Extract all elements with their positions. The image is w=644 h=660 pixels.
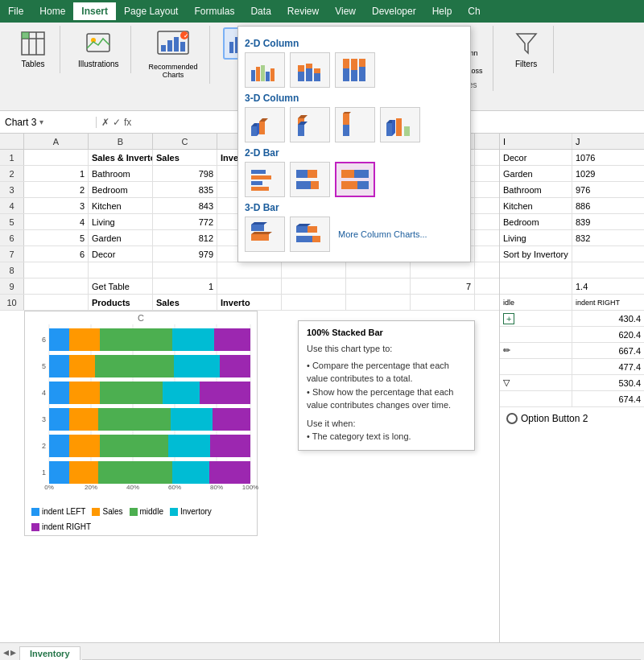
3d-stacked-bar-btn[interactable] [290, 217, 330, 252]
name-box[interactable]: Chart 3 ▾ [0, 117, 97, 128]
more-charts-link[interactable]: More Column Charts... [335, 217, 431, 252]
3d-clustered-col-btn[interactable] [245, 107, 285, 142]
name-box-arrow[interactable]: ▾ [39, 118, 43, 126]
svg-rect-113 [49, 435, 69, 457]
illustrations-label: Illustrations [78, 60, 119, 68]
legend-color-invertory [170, 508, 178, 516]
tooltip-use-to: Use this chart type to: [307, 342, 466, 356]
table-row: 10 Products Sales Inverto [0, 295, 499, 311]
svg-text:✓: ✓ [184, 33, 188, 39]
svg-rect-68 [251, 181, 262, 185]
illustrations-button[interactable]: Illustrations [73, 27, 124, 72]
svg-text:3: 3 [42, 415, 46, 423]
svg-rect-72 [296, 181, 311, 189]
menu-view[interactable]: View [327, 2, 364, 20]
svg-rect-59 [343, 113, 349, 125]
tooltip-use-when: Use it when: [307, 417, 466, 431]
100pct-stacked-column-btn[interactable] [335, 52, 375, 88]
stacked-column-btn[interactable] [290, 52, 330, 88]
ribbon-group-filters: Filters [500, 26, 554, 73]
col-header-i[interactable]: I [500, 134, 572, 149]
tables-button[interactable]: Tables [13, 27, 53, 72]
filters-button[interactable]: Filters [506, 27, 547, 72]
table-row: Bedroom 839 [500, 214, 644, 230]
svg-rect-101 [174, 355, 220, 377]
menu-review[interactable]: Review [279, 2, 327, 20]
option-button-radio[interactable] [506, 413, 518, 424]
3d-single-col-btn[interactable] [380, 107, 420, 142]
recommended-charts-button[interactable]: ✓ RecommendedCharts [144, 27, 203, 82]
svg-rect-35 [266, 72, 270, 81]
cancel-action[interactable]: ✗ [101, 117, 109, 128]
menu-home[interactable]: Home [31, 2, 73, 20]
2d-bar-icons [245, 162, 464, 197]
stacked-bar-btn[interactable] [290, 162, 330, 197]
svg-rect-32 [251, 70, 255, 81]
function-action[interactable]: fx [124, 117, 131, 128]
col-header-b[interactable]: B [89, 134, 153, 149]
svg-rect-115 [100, 435, 168, 457]
svg-rect-67 [251, 175, 271, 179]
legend-label-indent-left: indent LEFT [42, 507, 85, 516]
formula-actions: ✗ ✓ fx [97, 117, 136, 128]
svg-text:5: 5 [42, 362, 46, 370]
menu-insert[interactable]: Insert [73, 2, 116, 20]
svg-rect-106 [163, 382, 200, 404]
svg-rect-5 [87, 34, 109, 52]
tab-inventory[interactable]: Inventory [19, 646, 80, 660]
filters-label: Filters [515, 60, 537, 68]
col-header-c[interactable]: C [153, 134, 217, 149]
svg-rect-73 [311, 181, 319, 189]
clustered-column-btn[interactable] [245, 52, 285, 88]
svg-text:1: 1 [42, 468, 46, 476]
filters-icon [514, 31, 539, 60]
sheet-nav-prev[interactable]: ◂ [3, 646, 9, 658]
table-row: 1.4 [500, 278, 644, 295]
ribbon: Tables Illustrations [0, 23, 644, 111]
legend-color-sales [92, 508, 100, 516]
3d-clustered-bar-btn[interactable] [245, 217, 285, 252]
corner-cell [0, 134, 24, 149]
svg-rect-10 [174, 37, 179, 52]
sheet-nav-next[interactable]: ▸ [10, 646, 16, 658]
sheet-nav[interactable]: ◂ ▸ [3, 646, 16, 660]
menu-file[interactable]: File [0, 2, 31, 20]
table-row: 9 Get Table 1 7 [0, 278, 499, 295]
svg-text:20%: 20% [85, 484, 97, 491]
menu-page-layout[interactable]: Page Layout [116, 2, 186, 20]
legend-indent-left: indent LEFT [31, 507, 85, 516]
svg-rect-61 [386, 123, 392, 136]
svg-rect-14 [229, 42, 233, 53]
col-header-j[interactable]: J [572, 134, 644, 149]
col-header-a[interactable]: A [24, 134, 89, 149]
svg-rect-40 [306, 64, 312, 68]
svg-rect-39 [306, 68, 312, 81]
legend-middle: middle [130, 507, 163, 516]
menu-formulas[interactable]: Formulas [186, 2, 242, 20]
svg-rect-122 [209, 461, 250, 484]
svg-rect-33 [256, 67, 260, 81]
table-row [500, 262, 644, 278]
tooltip-bullet-2: • Show how the percentage that each valu… [307, 386, 466, 412]
name-box-value: Chart 3 [5, 117, 36, 128]
menu-help[interactable]: Help [424, 2, 460, 20]
100pct-stacked-bar-btn[interactable] [335, 162, 375, 197]
chart-area[interactable]: C [24, 311, 258, 536]
legend-color-indent-left [31, 508, 39, 516]
legend-sales: Sales [92, 507, 122, 516]
clustered-bar-btn[interactable] [245, 162, 285, 197]
legend-label-indent-right: indent RIGHT [42, 522, 91, 531]
table-row: Living 832 [500, 230, 644, 246]
3d-100pct-col-btn[interactable] [335, 107, 375, 142]
plus-icon[interactable]: + [503, 313, 514, 324]
menu-ch[interactable]: Ch [460, 2, 488, 20]
3d-stacked-col-btn[interactable] [290, 107, 330, 142]
svg-marker-84 [296, 224, 311, 226]
svg-rect-109 [69, 408, 98, 431]
menu-developer[interactable]: Developer [364, 2, 424, 20]
svg-text:2: 2 [42, 442, 46, 450]
confirm-action[interactable]: ✓ [113, 117, 121, 128]
svg-rect-41 [314, 73, 320, 81]
menu-data[interactable]: Data [242, 2, 279, 20]
ribbon-group-recommended: ✓ RecommendedCharts [138, 26, 210, 84]
